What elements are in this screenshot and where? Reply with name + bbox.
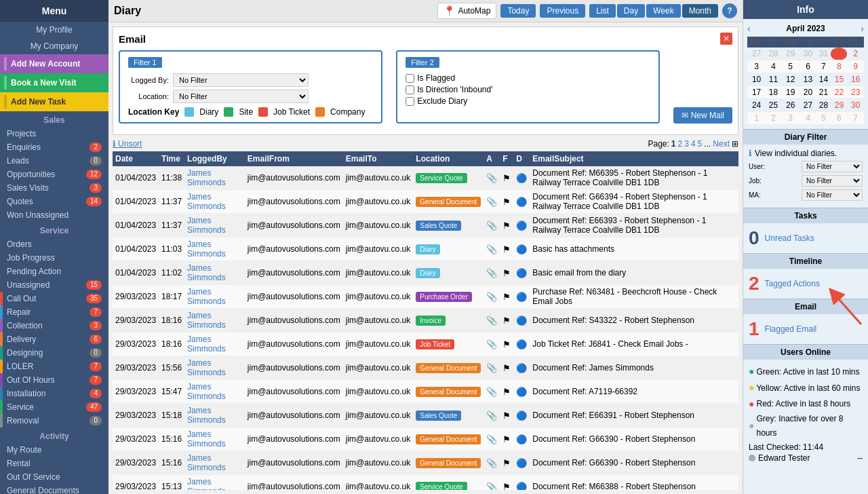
table-row[interactable]: 29/03/202318:16James Simmondsjim@autovus…: [113, 332, 738, 356]
cal-day[interactable]: 6: [800, 60, 816, 73]
col-time[interactable]: Time: [159, 151, 184, 166]
col-a[interactable]: A: [484, 151, 500, 166]
sidebar-item-my-route[interactable]: My Route: [0, 443, 108, 457]
cal-day[interactable]: 4: [766, 60, 781, 73]
cal-day[interactable]: 4: [800, 112, 816, 125]
list-button[interactable]: List: [589, 4, 616, 18]
book-new-visit-button[interactable]: Book a New Visit: [0, 73, 108, 92]
sidebar-item-general-documents[interactable]: General Documents: [0, 484, 108, 494]
page-1-link[interactable]: 1: [671, 139, 676, 149]
location-badge[interactable]: Job Ticket: [416, 339, 454, 349]
job-filter-select[interactable]: No Filter: [802, 175, 863, 187]
sidebar-item-installation[interactable]: Installation4: [0, 387, 108, 400]
table-row[interactable]: 01/04/202311:03James Simmondsjim@autovus…: [113, 238, 738, 261]
previous-button[interactable]: Previous: [540, 4, 585, 18]
sidebar-item-unassigned[interactable]: Unassigned15: [0, 278, 108, 292]
sidebar-item-repair[interactable]: Repair7: [0, 305, 108, 319]
tagged-actions-link[interactable]: Tagged Actions: [765, 279, 820, 288]
day-button[interactable]: Day: [617, 4, 645, 18]
logged-by-link[interactable]: James Simmonds: [187, 358, 226, 377]
calendar-prev-button[interactable]: ‹: [747, 23, 751, 34]
cal-day[interactable]: 23: [847, 86, 864, 99]
cal-day[interactable]: 30: [847, 99, 864, 112]
sidebar-item-out-of-service[interactable]: Out Of Service: [0, 470, 108, 484]
table-row[interactable]: 01/04/202311:02James Simmondsjim@autovus…: [113, 261, 738, 285]
week-button[interactable]: Week: [646, 4, 680, 18]
cal-day[interactable]: 5: [781, 60, 800, 73]
col-loggedby[interactable]: LoggedBy: [184, 151, 245, 166]
cal-day[interactable]: 1: [831, 48, 847, 60]
is-flagged-checkbox[interactable]: [406, 74, 414, 83]
sidebar-item-loler[interactable]: LOLER7: [0, 360, 108, 373]
cal-day[interactable]: 31: [816, 48, 831, 60]
table-row[interactable]: 01/04/202311:37James Simmondsjim@autovus…: [113, 214, 738, 238]
cal-day[interactable]: 27: [747, 48, 766, 60]
table-row[interactable]: 29/03/202315:13James Simmondsjim@autovus…: [113, 475, 738, 491]
cal-day[interactable]: 3: [781, 112, 800, 125]
location-select[interactable]: No Filter: [173, 90, 309, 103]
unread-tasks-link[interactable]: Unread Tasks: [765, 233, 814, 243]
cal-day[interactable]: 25: [766, 99, 781, 112]
page-5-link[interactable]: 5: [698, 139, 703, 149]
logged-by-link[interactable]: James Simmonds: [187, 335, 226, 354]
ma-filter-select[interactable]: No Filter: [802, 189, 863, 201]
sidebar-item-won-unassigned[interactable]: Won Unassigned: [0, 208, 108, 222]
cal-day[interactable]: 2: [766, 112, 781, 125]
cal-day[interactable]: 3: [747, 60, 766, 73]
page-2-link[interactable]: 2: [678, 139, 683, 149]
sidebar-item-callout[interactable]: Call Out35: [0, 292, 108, 305]
location-badge[interactable]: General Document: [416, 387, 481, 397]
sidebar-item-orders[interactable]: Orders: [0, 238, 108, 251]
cal-day[interactable]: 29: [831, 99, 847, 112]
logged-by-link[interactable]: James Simmonds: [187, 430, 226, 449]
logged-by-link[interactable]: James Simmonds: [187, 263, 226, 282]
sidebar-item-service[interactable]: Service47: [0, 400, 108, 414]
today-button[interactable]: Today: [500, 4, 536, 18]
sidebar-item-designing[interactable]: Designing0: [0, 346, 108, 360]
sidebar-item-opportunities[interactable]: Opportunities12: [0, 168, 108, 181]
logged-by-link[interactable]: James Simmonds: [187, 453, 226, 472]
cal-day[interactable]: 7: [816, 60, 831, 73]
cal-day[interactable]: 5: [816, 112, 831, 125]
close-button[interactable]: ✕: [720, 33, 732, 45]
location-badge[interactable]: Service Quote: [416, 173, 467, 183]
cal-day[interactable]: 21: [816, 86, 831, 99]
logged-by-link[interactable]: James Simmonds: [187, 382, 226, 401]
add-new-task-button[interactable]: Add New Task: [0, 92, 108, 111]
col-date[interactable]: Date: [113, 151, 159, 166]
col-emailto[interactable]: EmailTo: [343, 151, 414, 166]
location-badge[interactable]: Invoice: [416, 316, 446, 326]
cal-day[interactable]: 24: [747, 99, 766, 112]
page-3-link[interactable]: 3: [684, 139, 689, 149]
month-button[interactable]: Month: [682, 4, 718, 18]
location-badge[interactable]: General Document: [416, 434, 481, 444]
cal-day[interactable]: 7: [847, 112, 864, 125]
cal-day[interactable]: 14: [816, 73, 831, 86]
col-location[interactable]: Location: [413, 151, 484, 166]
location-badge[interactable]: Purchase Order: [416, 292, 472, 302]
sidebar-item-pending-action[interactable]: Pending Action: [0, 265, 108, 278]
table-row[interactable]: 29/03/202315:56James Simmondsjim@autovus…: [113, 356, 738, 380]
location-badge[interactable]: General Document: [416, 197, 481, 207]
sidebar-item-rental[interactable]: Rental: [0, 457, 108, 470]
cal-day[interactable]: 8: [831, 60, 847, 73]
sidebar-item-job-progress[interactable]: Job Progress: [0, 251, 108, 265]
sidebar-item-enquiries[interactable]: Enquiries2: [0, 140, 108, 154]
table-row[interactable]: 29/03/202315:47James Simmondsjim@autovus…: [113, 380, 738, 404]
cal-day[interactable]: 29: [781, 48, 800, 60]
exclude-diary-checkbox[interactable]: [406, 97, 414, 106]
cal-day[interactable]: 15: [831, 73, 847, 86]
location-badge[interactable]: Sales Quote: [416, 411, 461, 421]
location-badge[interactable]: Diary: [416, 268, 439, 278]
sidebar-item-removal[interactable]: Removal0: [0, 414, 108, 428]
cal-day[interactable]: 11: [766, 73, 781, 86]
table-row[interactable]: 29/03/202318:16James Simmondsjim@autovus…: [113, 309, 738, 332]
add-new-account-button[interactable]: Add New Account: [0, 54, 108, 73]
sidebar-item-my-company[interactable]: My Company: [0, 38, 108, 54]
logged-by-link[interactable]: James Simmonds: [187, 287, 226, 306]
cal-day[interactable]: 18: [766, 86, 781, 99]
unsort-link[interactable]: ℹ Unsort: [113, 139, 142, 149]
location-badge[interactable]: General Document: [416, 458, 481, 468]
cal-day[interactable]: 9: [847, 60, 864, 73]
automap-button[interactable]: 📍 AutoMap: [437, 3, 496, 19]
